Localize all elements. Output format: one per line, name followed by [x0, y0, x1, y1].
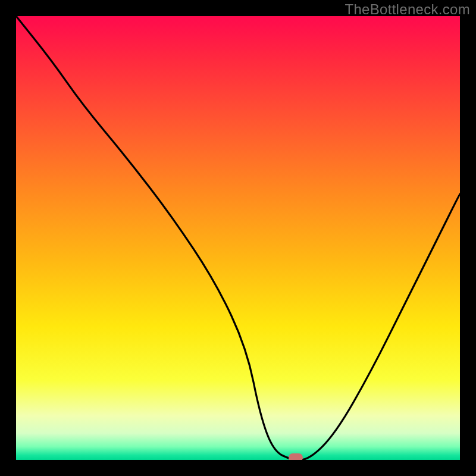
- optimal-marker: [289, 453, 303, 460]
- curve-path: [16, 16, 460, 460]
- bottleneck-curve: [16, 16, 460, 460]
- chart-frame: TheBottleneck.com: [0, 0, 476, 476]
- watermark-text: TheBottleneck.com: [345, 1, 470, 18]
- plot-area: [16, 16, 460, 460]
